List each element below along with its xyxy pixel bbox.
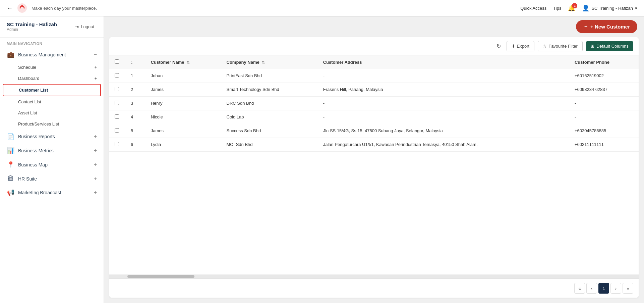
cell-address: - (318, 110, 569, 124)
cell-index: 2 (125, 83, 145, 97)
sidebar-item-schedule[interactable]: Schedule + (0, 62, 104, 73)
table-row[interactable]: 6 Lydia MOI Sdn Bhd Jalan Pengaturcara U… (109, 138, 639, 152)
pagination-last[interactable]: » (623, 283, 633, 294)
table-area: ↻ ⬇ Export ☆ Favourite Filter ⊞ Default … (109, 37, 639, 298)
new-customer-button[interactable]: ＋ + New Customer (576, 20, 637, 33)
col-header-company-name[interactable]: Company Name ⇅ (221, 55, 318, 69)
navbar-right: Quick Access Tips 🔔 1 👤 SC Training - Ha… (520, 4, 637, 12)
business-management-toggle: − (94, 52, 97, 58)
row-checkbox-1[interactable] (115, 87, 119, 91)
cell-customer-name: Nicole (145, 110, 221, 124)
metrics-icon: 📊 (7, 147, 15, 154)
customer-phone-col-label: Customer Phone (575, 60, 609, 65)
pagination-current[interactable]: 1 (598, 283, 609, 294)
cell-index: 4 (125, 110, 145, 124)
logout-button[interactable]: ⇥ Logout (72, 23, 97, 31)
back-button[interactable]: ← (7, 5, 13, 12)
col-header-sort[interactable]: ↕ (125, 55, 145, 69)
sidebar-item-business-management[interactable]: 💼 Business Management − (0, 48, 104, 62)
cell-company-name: Smart Technology Sdn Bhd (221, 83, 318, 97)
row-checkbox-2[interactable] (115, 101, 119, 105)
sidebar-item-contact-list[interactable]: Contact List (0, 96, 104, 107)
contact-list-label: Contact List (18, 99, 41, 104)
customer-name-col-label: Customer Name (151, 60, 184, 65)
user-icon: 👤 (582, 4, 589, 12)
business-map-toggle: + (94, 162, 97, 168)
cell-phone: - (569, 110, 639, 124)
new-customer-label: + New Customer (590, 24, 630, 30)
row-checkbox-4[interactable] (115, 128, 119, 133)
sidebar-item-business-reports[interactable]: 📄 Business Reports + (0, 130, 104, 144)
sidebar-item-dashboard[interactable]: Dashboard + (0, 73, 104, 84)
main-content: ＋ + New Customer ↻ ⬇ Export ☆ Favourite … (104, 16, 644, 303)
quick-access-link[interactable]: Quick Access (520, 6, 546, 11)
table-row[interactable]: 1 Johan PrintFast Sdn Bhd - +60162519002 (109, 69, 639, 83)
sidebar-user-header: SC Training - Hafizah Admin ⇥ Logout (7, 21, 97, 32)
row-checkbox-0[interactable] (115, 73, 119, 78)
cell-customer-name: Johan (145, 69, 221, 83)
sidebar-item-marketing-broadcast[interactable]: 📢 Marketing Broadcast + (0, 186, 104, 200)
cell-checkbox (109, 124, 125, 138)
navbar: ← Make each day your masterpiece. Quick … (0, 0, 644, 16)
pagination-first[interactable]: « (574, 283, 585, 294)
customer-name-sort-icon: ⇅ (187, 60, 190, 64)
cell-checkbox (109, 97, 125, 110)
col-header-customer-phone[interactable]: Customer Phone (569, 55, 639, 69)
cell-company-name: Cold Lab (221, 110, 318, 124)
sidebar-item-product-services-list[interactable]: Product/Services List (0, 118, 104, 130)
table-wrapper[interactable]: ↕ Customer Name ⇅ Company Name ⇅ (109, 55, 639, 274)
table-row[interactable]: 5 James Success Sdn Bhd Jln SS 15/4G, Ss… (109, 124, 639, 138)
sort-icon: ↕ (131, 60, 133, 65)
cell-customer-name: Lydia (145, 138, 221, 152)
refresh-button[interactable]: ↻ (494, 41, 503, 52)
table-row[interactable]: 4 Nicole Cold Lab - - (109, 110, 639, 124)
export-button[interactable]: ⬇ Export (507, 41, 535, 51)
pagination-next[interactable]: › (610, 283, 621, 294)
row-checkbox-5[interactable] (115, 142, 119, 146)
cell-customer-name: James (145, 83, 221, 97)
table-row[interactable]: 2 James Smart Technology Sdn Bhd Fraser'… (109, 83, 639, 97)
row-checkbox-3[interactable] (115, 114, 119, 119)
cell-company-name: DRC Sdn Bhd (221, 97, 318, 110)
pagination-prev[interactable]: ‹ (586, 283, 597, 294)
cell-customer-name: Henry (145, 97, 221, 110)
business-map-label: Business Map (18, 162, 91, 167)
table-row[interactable]: 3 Henry DRC Sdn Bhd - - (109, 97, 639, 110)
logout-icon: ⇥ (75, 24, 79, 29)
action-bar: ＋ + New Customer (104, 16, 644, 37)
reports-icon: 📄 (7, 133, 15, 140)
tips-link[interactable]: Tips (553, 6, 561, 11)
sidebar-item-business-metrics[interactable]: 📊 Business Metrics + (0, 144, 104, 158)
user-menu[interactable]: 👤 SC Training - Hafizah ▾ (582, 4, 637, 12)
cell-company-name: MOI Sdn Bhd (221, 138, 318, 152)
cell-checkbox (109, 110, 125, 124)
business-reports-label: Business Reports (18, 134, 91, 139)
svg-point-0 (17, 3, 27, 13)
col-header-customer-name[interactable]: Customer Name ⇅ (145, 55, 221, 69)
sidebar-item-customer-list[interactable]: Customer List (3, 84, 101, 96)
default-columns-button[interactable]: ⊞ Default Columns (586, 41, 633, 51)
sidebar-role: Admin (7, 27, 57, 32)
sidebar-item-asset-list[interactable]: Asset List (0, 107, 104, 118)
cell-company-name: PrintFast Sdn Bhd (221, 69, 318, 83)
map-icon: 📍 (7, 161, 15, 168)
notification-bell[interactable]: 🔔 1 (568, 4, 575, 12)
cell-phone: +60211111111 (569, 138, 639, 152)
asset-list-label: Asset List (18, 110, 37, 115)
company-name-sort-icon: ⇅ (262, 60, 265, 64)
company-name-col-label: Company Name (227, 60, 259, 65)
cell-address: - (318, 69, 569, 83)
hr-suite-toggle: + (94, 176, 97, 182)
business-metrics-label: Business Metrics (18, 148, 91, 153)
svg-point-1 (21, 5, 23, 7)
horizontal-scrollbar[interactable] (109, 274, 639, 279)
favourite-filter-button[interactable]: ☆ Favourite Filter (538, 41, 583, 51)
select-all-checkbox[interactable] (115, 59, 119, 64)
marketing-icon: 📢 (7, 189, 15, 196)
sidebar-item-business-map[interactable]: 📍 Business Map + (0, 158, 104, 172)
briefcase-icon: 💼 (7, 51, 15, 58)
sidebar-item-hr-suite[interactable]: 🏛 HR Suite + (0, 172, 104, 186)
marketing-broadcast-toggle: + (94, 190, 97, 196)
col-header-customer-address[interactable]: Customer Address (318, 55, 569, 69)
hr-suite-label: HR Suite (18, 176, 91, 182)
